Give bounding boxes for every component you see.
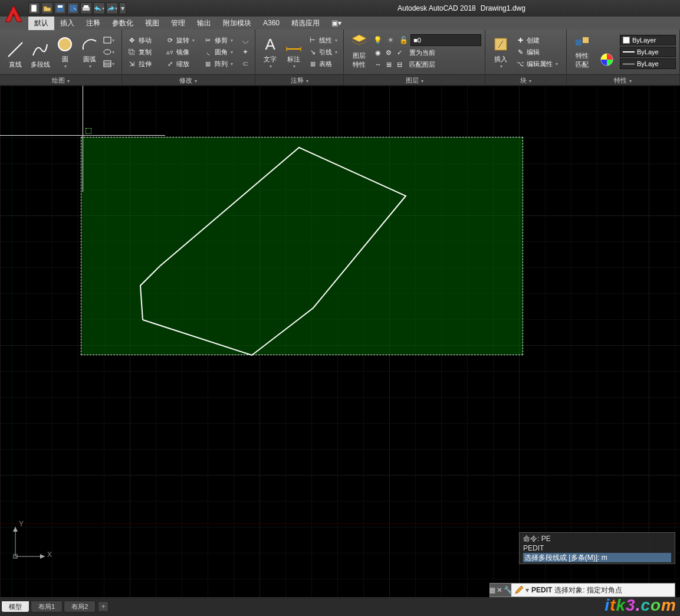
ribbon-tab-row: 默认 插入 注释 参数化 视图 管理 输出 附加模块 A360 精选应用 ▣▾ xyxy=(0,17,680,30)
linetype-combo[interactable]: ByLaye xyxy=(620,58,676,69)
svg-marker-24 xyxy=(13,527,18,532)
erase-icon[interactable]: ◡ xyxy=(239,35,251,45)
drawing-area[interactable]: X Y 命令: PE PEDIT 选择多段线或 [多条(M)]: m xyxy=(0,86,680,597)
qat-saveas-icon[interactable] xyxy=(67,2,79,14)
color-wheel-icon[interactable] xyxy=(595,35,619,69)
offset-icon[interactable]: ⊂ xyxy=(239,58,251,69)
match-props-button[interactable]: 特性 匹配 xyxy=(570,35,594,69)
layout-tab-1[interactable]: 布局1 xyxy=(31,601,63,612)
bulb-icon[interactable]: 💡 xyxy=(372,35,383,45)
table-button[interactable]: ⊞表格 xyxy=(306,58,340,69)
match-layer-button[interactable]: ↔⊞⊟匹配图层 xyxy=(372,59,481,70)
tab-output[interactable]: 输出 xyxy=(191,17,217,30)
tab-view[interactable]: 视图 xyxy=(139,17,165,30)
add-layout-button[interactable]: + xyxy=(98,601,109,612)
attr-icon: ⌥ xyxy=(516,60,524,68)
dim-button[interactable]: 标注 xyxy=(282,35,305,69)
block-create-button[interactable]: ✚创建 xyxy=(514,35,560,45)
panel-annotate: A文字 标注 ⊢线性 ↘引线 ⊞表格 注释 xyxy=(255,30,344,85)
qat-plot-icon[interactable] xyxy=(80,2,92,14)
layout-tab-model[interactable]: 模型 xyxy=(1,601,29,612)
panel-layers-title[interactable]: 图层 xyxy=(344,74,485,85)
arc-button[interactable]: 圆弧 xyxy=(78,35,101,69)
active-command: PEDIT xyxy=(531,586,552,594)
move-button[interactable]: ✥移动 xyxy=(126,35,162,45)
block-edit-button[interactable]: ✎编辑 xyxy=(514,47,560,57)
cmd-history-line: PEDIT xyxy=(523,543,671,553)
rect-icon[interactable] xyxy=(103,35,114,45)
circle-button[interactable]: 圆 xyxy=(53,35,77,69)
panel-layers: 图层 特性 💡 ☀ 🔓 ■ 0 ◉⚙✓置为当前 ↔⊞⊟匹配图层 图层 xyxy=(344,30,485,85)
lineweight-combo[interactable]: ByLaye xyxy=(620,47,676,57)
array-icon: ⊞ xyxy=(204,60,212,68)
color-combo[interactable]: ByLayer xyxy=(620,35,676,45)
window-title: Autodesk AutoCAD 2018Drawing1.dwg xyxy=(395,4,528,12)
watermark: itk3.com xyxy=(605,596,676,615)
qat-undo-button[interactable] xyxy=(93,2,105,14)
qat-new-icon[interactable] xyxy=(28,2,40,14)
panel-draw-title[interactable]: 绘图 xyxy=(0,74,121,85)
qat-redo-button[interactable] xyxy=(106,2,118,14)
tab-a360[interactable]: A360 xyxy=(257,17,285,29)
svg-rect-0 xyxy=(31,5,37,12)
qat-save-icon[interactable] xyxy=(54,2,66,14)
trim-button[interactable]: ✂修剪 xyxy=(202,35,238,45)
cmdline-handle-icon[interactable]: ▦✕🔧 xyxy=(490,584,511,597)
block-attr-button[interactable]: ⌥编辑属性 xyxy=(514,58,560,69)
tab-featured[interactable]: 精选应用 xyxy=(285,17,326,30)
linear-dim-button[interactable]: ⊢线性 xyxy=(306,35,340,45)
explode-icon[interactable]: ✦ xyxy=(239,47,251,57)
tab-annotate[interactable]: 注释 xyxy=(80,17,106,30)
fillet-button[interactable]: ◟圆角 xyxy=(202,47,238,57)
svg-rect-3 xyxy=(70,5,77,12)
panel-block: 插入 ✚创建 ✎编辑 ⌥编辑属性 块 xyxy=(485,30,567,85)
rotate-button[interactable]: ⟳旋转 xyxy=(163,35,200,45)
tab-manage[interactable]: 管理 xyxy=(165,17,191,30)
array-button[interactable]: ⊞阵列 xyxy=(202,58,238,69)
qat-customize-icon[interactable]: ▾ xyxy=(119,2,126,14)
create-icon: ✚ xyxy=(516,36,524,44)
tab-overflow-icon[interactable]: ▣▾ xyxy=(326,17,347,29)
text-button[interactable]: A文字 xyxy=(259,35,281,69)
tab-insert[interactable]: 插入 xyxy=(54,17,80,30)
layout-tab-2[interactable]: 布局2 xyxy=(64,601,96,612)
table-icon: ⊞ xyxy=(308,60,317,68)
layer-combo[interactable]: ■ 0 xyxy=(410,34,481,46)
sun-icon[interactable]: ☀ xyxy=(385,35,396,45)
circle-icon xyxy=(55,35,74,54)
hatch-icon[interactable] xyxy=(103,58,114,69)
panel-annotate-title[interactable]: 注释 xyxy=(255,74,343,85)
copy-button[interactable]: ⿻复制 xyxy=(126,47,162,57)
panel-modify-title[interactable]: 修改 xyxy=(122,74,255,85)
stretch-button[interactable]: ⇲拉伸 xyxy=(126,58,162,69)
scale-icon: ⤢ xyxy=(166,60,174,68)
qat-open-icon[interactable] xyxy=(41,2,53,14)
match-layer-icon: ↔ xyxy=(374,60,382,68)
quick-access-toolbar: ▾ xyxy=(28,2,126,14)
line-button[interactable]: 直线 xyxy=(4,35,27,69)
fillet-icon: ◟ xyxy=(204,48,212,56)
lock-icon[interactable]: 🔓 xyxy=(398,35,409,45)
tab-default[interactable]: 默认 xyxy=(28,17,54,30)
command-prompt-text: 选择对象: 指定对角点 xyxy=(554,585,622,595)
ellipse-icon[interactable] xyxy=(103,47,114,57)
dim-icon xyxy=(284,35,303,54)
layer-props-button[interactable]: 图层 特性 xyxy=(347,35,370,69)
leader-button[interactable]: ↘引线 xyxy=(306,47,340,57)
svg-rect-5 xyxy=(84,5,88,8)
linear-icon: ⊢ xyxy=(308,36,317,44)
tab-addins[interactable]: 附加模块 xyxy=(217,17,257,30)
scale-button[interactable]: ⤢缩放 xyxy=(163,58,200,69)
tab-parametric[interactable]: 参数化 xyxy=(106,17,139,30)
svg-point-7 xyxy=(58,38,71,51)
polyline-button[interactable]: 多段线 xyxy=(28,35,52,69)
panel-block-title[interactable]: 块 xyxy=(485,74,566,85)
command-line[interactable]: ▦✕🔧 ▾ PEDIT 选择对象: 指定对角点 xyxy=(490,583,675,597)
mirror-button[interactable]: ▵▿镜像 xyxy=(163,47,200,57)
cmd-history-line: 命令: PE xyxy=(523,534,671,543)
x-axis-line xyxy=(0,523,680,524)
make-current-button[interactable]: ◉⚙✓置为当前 xyxy=(372,47,481,58)
app-menu-button[interactable] xyxy=(1,1,26,26)
panel-props-title[interactable]: 特性 xyxy=(567,74,679,85)
insert-block-button[interactable]: 插入 xyxy=(489,35,513,69)
